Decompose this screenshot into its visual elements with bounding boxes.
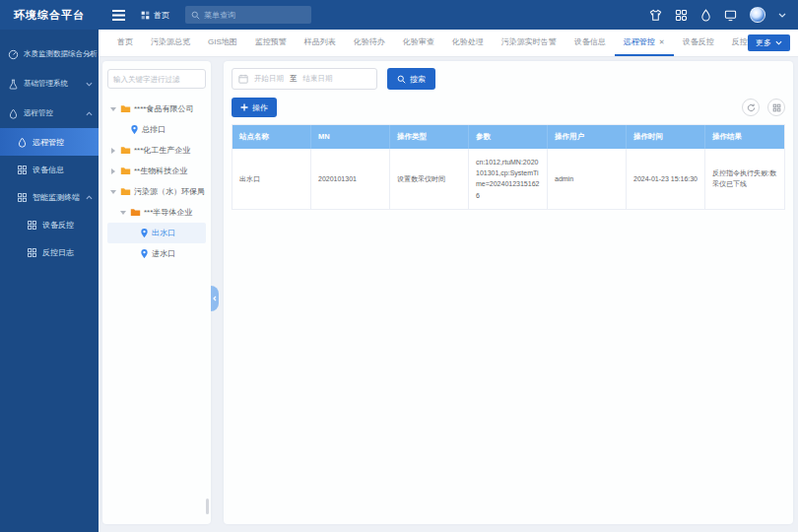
sidebar-item-device-reverse-control[interactable]: 设备反控: [0, 211, 99, 238]
user-avatar[interactable]: [750, 7, 765, 23]
table-row[interactable]: 出水口 2020101301 设置数采仪时间 cn:1012,rtuMN:202…: [233, 149, 784, 210]
tab-remote-control[interactable]: 远程管控 ✕: [615, 30, 674, 56]
tab-sample-list[interactable]: 样品列表: [296, 30, 345, 56]
chevron-up-icon: [86, 195, 93, 200]
tab-device-info[interactable]: 设备信息: [565, 30, 615, 56]
filter-row: 开始日期 至 结束日期 搜索: [232, 68, 785, 90]
table-header-row: 站点名称 MN 操作类型 参数 操作用户 操作时间 操作结果: [233, 125, 784, 149]
more-label: 更多: [756, 37, 771, 48]
tree-node-outlet[interactable]: 出水口: [107, 223, 206, 243]
tree-node-inlet[interactable]: 进水口: [107, 243, 206, 264]
column-header-result: 操作结果: [705, 125, 784, 149]
column-header-user: 操作用户: [548, 125, 627, 149]
hamburger-menu-icon[interactable]: [112, 10, 125, 21]
map-pin-icon: [130, 124, 139, 135]
tree-node-water-bureau[interactable]: 污染源（水）环保局: [107, 181, 206, 202]
sidebar-item-label: 智能监测终端: [33, 192, 80, 203]
cell-result: 反控指令执行失败:数采仪已下线: [705, 149, 784, 210]
flame-icon[interactable]: [700, 9, 711, 22]
flask-icon: [8, 79, 19, 90]
tab-label: 设备信息: [574, 36, 606, 47]
tab-monitor-alert[interactable]: 监控预警: [246, 30, 296, 56]
more-tabs-button[interactable]: 更多: [748, 34, 790, 51]
operation-log-table: 站点名称 MN 操作类型 参数 操作用户 操作时间 操作结果 出水口 20201…: [232, 124, 785, 210]
theme-shirt-icon[interactable]: [649, 9, 662, 22]
operate-button[interactable]: 操作: [232, 98, 277, 117]
grid-icon: [17, 192, 28, 203]
menu-search-input[interactable]: [204, 11, 305, 20]
column-header-params: 参数: [469, 125, 548, 149]
tab-label: GIS地图: [208, 36, 237, 47]
home-button[interactable]: 首页: [141, 10, 169, 21]
tab-label: 首页: [117, 36, 133, 47]
tree-node-label: 总排口: [142, 124, 166, 135]
cell-operation-type: 设置数采仪时间: [390, 149, 469, 210]
tab-close-icon[interactable]: ✕: [659, 38, 665, 46]
cell-user: admin: [548, 149, 627, 210]
tree-node-label: 出水口: [152, 228, 175, 238]
header-actions: [649, 7, 798, 23]
tree-node-food-company[interactable]: ****食品有限公司: [107, 99, 206, 119]
column-header-operation-type: 操作类型: [390, 125, 469, 149]
caret-icon: [109, 147, 117, 155]
sidebar-item-remote-control[interactable]: 远程管控: [0, 99, 99, 128]
operate-row: 操作: [232, 98, 785, 117]
sidebar-item-device-info[interactable]: 设备信息: [0, 156, 99, 183]
search-label: 搜索: [410, 74, 426, 85]
tree-node-semiconductor-company[interactable]: ***半导体企业: [107, 202, 206, 223]
tab-device-reverse-control[interactable]: 设备反控: [674, 30, 723, 56]
tree-node-label: ****食品有限公司: [134, 103, 193, 114]
tree-node-label: 进水口: [152, 248, 175, 259]
tree-filter-input[interactable]: [107, 69, 206, 89]
end-date-placeholder: 结束日期: [303, 74, 333, 84]
sidebar-item-water-analysis[interactable]: 水质监测数据综合分析: [0, 39, 99, 69]
cell-mn: 2020101301: [311, 149, 390, 210]
cell-params: cn:1012,rtuMN:2020101301,cp:SystemTime=2…: [469, 149, 548, 210]
tab-gis-map[interactable]: GIS地图: [199, 30, 246, 56]
tab-lab-review[interactable]: 化验审查: [394, 30, 443, 56]
sidebar-item-label: 设备信息: [33, 165, 64, 175]
sidebar-item-base-management[interactable]: 基础管理系统: [0, 69, 99, 99]
sidebar-nav: 水质监测数据综合分析 基础管理系统 远程管控 远程管控 设备信息 智能监测终端: [0, 30, 99, 532]
refresh-button[interactable]: [742, 99, 760, 116]
date-range-picker[interactable]: 开始日期 至 结束日期: [232, 68, 377, 90]
tab-realtime-alarm[interactable]: 污染源实时告警: [493, 30, 565, 56]
remote-control-panel: 开始日期 至 结束日期 搜索 操作: [224, 61, 793, 524]
site-tree: ****食品有限公司 总排口 ***化工生产企业 **生物科技企业 污染源（水）: [107, 99, 206, 264]
column-header-mn: MN: [311, 125, 390, 149]
user-menu-chevron-down-icon[interactable]: [778, 13, 786, 18]
search-button[interactable]: 搜索: [387, 68, 435, 90]
sidebar-item-remote-control-sub[interactable]: 远程管控: [0, 128, 99, 156]
sidebar-item-label: 远程管控: [24, 108, 53, 118]
tree-scrollbar[interactable]: [206, 499, 209, 514]
folder-icon: [120, 104, 131, 113]
tab-home[interactable]: 首页: [108, 30, 142, 56]
panel-collapse-handle[interactable]: [211, 286, 219, 311]
menu-search-box[interactable]: [185, 6, 311, 24]
sidebar-item-label: 基础管理系统: [24, 79, 68, 89]
tree-node-chemical-company[interactable]: ***化工生产企业: [107, 140, 206, 161]
tab-label: 化验待办: [354, 36, 385, 47]
tab-bar: 首页 污染源总览 GIS地图 监控预警 样品列表 化验待办 化验审查 化验处理 …: [99, 30, 798, 57]
sidebar-item-reverse-control-log[interactable]: 反控日志: [0, 238, 99, 266]
sidebar-item-smart-terminal[interactable]: 智能监测终端: [0, 183, 99, 211]
home-label: 首页: [154, 10, 169, 21]
tree-node-main-outlet[interactable]: 总排口: [107, 119, 206, 140]
folder-icon: [120, 166, 131, 175]
chevron-down-icon: [775, 40, 782, 45]
cell-site: 出水口: [233, 149, 311, 210]
tree-node-biotech-company[interactable]: **生物科技企业: [107, 161, 206, 181]
folder-icon: [120, 187, 131, 196]
apps-layout-icon[interactable]: [675, 9, 688, 22]
fullscreen-monitor-icon[interactable]: [724, 9, 737, 22]
gauge-icon: [8, 49, 19, 60]
tab-lab-process[interactable]: 化验处理: [443, 30, 493, 56]
search-icon: [397, 75, 406, 84]
column-settings-button[interactable]: [767, 99, 785, 116]
caret-icon: [119, 209, 127, 217]
column-header-time: 操作时间: [627, 125, 705, 149]
tab-label: 远程管控: [624, 36, 655, 47]
folder-icon: [120, 146, 131, 155]
tab-lab-todo[interactable]: 化验待办: [345, 30, 394, 56]
tab-pollution-overview[interactable]: 污染源总览: [142, 30, 199, 56]
